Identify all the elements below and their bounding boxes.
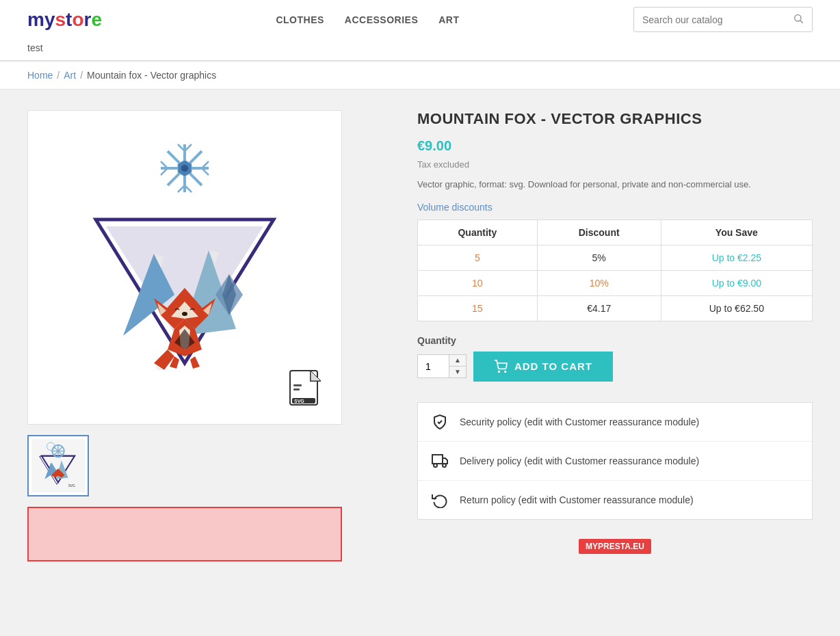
search-button[interactable] (785, 8, 812, 31)
thumbnail-list: SVG (27, 435, 390, 496)
discount-cell-2: 10% (537, 270, 661, 295)
shield-icon (430, 412, 449, 432)
svg-file-badge: SVG (287, 369, 328, 410)
svg-point-30 (182, 312, 187, 316)
policy-security-text: Security policy (edit with Customer reas… (460, 416, 699, 427)
main-content: SVG (0, 90, 840, 582)
breadcrumb-sep-1: / (57, 70, 60, 81)
discount-table: Quantity Discount You Save 5 5% Up to €2… (417, 220, 813, 321)
header: my store CLOTHES ACCESSORIES ART test (0, 0, 840, 61)
volume-discounts-label: Volume discounts (417, 202, 813, 213)
product-description: Vector graphic, format: svg. Download fo… (417, 178, 813, 191)
footer-badge: MYPRESTA.EU (417, 533, 813, 558)
cart-icon (494, 360, 508, 373)
qty-cell-2: 10 (418, 270, 538, 295)
table-row: 10 10% Up to €9.00 (418, 270, 813, 295)
thumbnail-1[interactable]: SVG (27, 435, 89, 496)
svg-text:SVG: SVG (68, 484, 75, 488)
breadcrumb-art[interactable]: Art (64, 70, 76, 81)
svg-point-0 (795, 15, 801, 21)
product-details: MOUNTAIN FOX - VECTOR GRAPHICS €9.00 Tax… (417, 110, 813, 561)
col-header-discount: Discount (537, 220, 661, 245)
breadcrumb-sep-2: / (80, 70, 83, 81)
save-cell-1: Up to €2.25 (661, 245, 812, 270)
search-input[interactable] (634, 9, 785, 31)
table-row: 5 5% Up to €2.25 (418, 245, 813, 270)
svg-point-15 (181, 165, 188, 172)
add-to-cart-button[interactable]: ADD TO CART (473, 352, 613, 382)
product-illustration (55, 131, 315, 404)
save-cell-3: Up to €62.50 (661, 295, 812, 321)
product-images: SVG (27, 110, 390, 561)
quantity-input-wrapper: 1 ▲ ▼ (417, 354, 467, 378)
svg-point-65 (443, 464, 446, 467)
nav-art[interactable]: ART (438, 14, 459, 25)
policy-delivery-text: Delivery policy (edit with Customer reas… (460, 455, 699, 466)
nav-test[interactable]: test (27, 42, 43, 53)
policy-section: Security policy (edit with Customer reas… (417, 402, 813, 520)
qty-cart-section: 1 ▲ ▼ ADD TO CART (417, 352, 813, 382)
nav-accessories[interactable]: ACCESSORIES (345, 14, 418, 25)
mypresta-badge: MYPRESTA.EU (579, 539, 651, 554)
tax-text: Tax excluded (417, 159, 813, 170)
svg-point-61 (505, 371, 506, 372)
svg-marker-63 (443, 458, 447, 464)
qty-cell-1: 5 (418, 245, 538, 270)
product-title: MOUNTAIN FOX - VECTOR GRAPHICS (417, 110, 813, 128)
svg-point-64 (434, 464, 437, 467)
product-price: €9.00 (417, 138, 813, 154)
breadcrumb-home[interactable]: Home (27, 70, 53, 81)
product-main-image: SVG (27, 110, 342, 425)
truck-icon (430, 451, 449, 471)
discount-cell-1: 5% (537, 245, 661, 270)
svg-point-60 (499, 371, 500, 372)
search-box (633, 7, 813, 32)
col-header-save: You Save (661, 220, 812, 245)
policy-return-text: Return policy (edit with Customer reassu… (460, 494, 694, 505)
svg-marker-36 (190, 356, 200, 369)
logo[interactable]: my store (27, 9, 102, 31)
quantity-label: Quantity (417, 335, 813, 346)
nav-clothes[interactable]: CLOTHES (276, 14, 324, 25)
quantity-up-button[interactable]: ▲ (449, 355, 466, 367)
save-cell-2: Up to €9.00 (661, 270, 812, 295)
qty-cell-3: 15 (418, 295, 538, 321)
col-header-quantity: Quantity (418, 220, 538, 245)
svg-rect-40 (293, 384, 302, 386)
quantity-arrows: ▲ ▼ (449, 355, 466, 377)
red-box-placeholder (27, 507, 342, 561)
svg-text:SVG: SVG (294, 399, 304, 403)
svg-rect-62 (432, 455, 443, 464)
policy-return: Return policy (edit with Customer reassu… (418, 481, 812, 519)
quantity-down-button[interactable]: ▼ (449, 367, 466, 377)
policy-security: Security policy (edit with Customer reas… (418, 403, 812, 442)
quantity-input[interactable]: 1 (418, 356, 449, 377)
return-icon (430, 490, 449, 509)
breadcrumb-current: Mountain fox - Vector graphics (87, 70, 216, 81)
svg-rect-41 (293, 388, 300, 390)
search-icon (793, 13, 804, 24)
breadcrumb: Home / Art / Mountain fox - Vector graph… (0, 61, 840, 90)
discount-cell-3: €4.17 (537, 295, 661, 321)
policy-delivery: Delivery policy (edit with Customer reas… (418, 442, 812, 481)
table-row: 15 €4.17 Up to €62.50 (418, 295, 813, 321)
svg-line-1 (800, 21, 803, 23)
add-to-cart-label: ADD TO CART (514, 360, 592, 372)
main-nav: CLOTHES ACCESSORIES ART (276, 14, 459, 25)
